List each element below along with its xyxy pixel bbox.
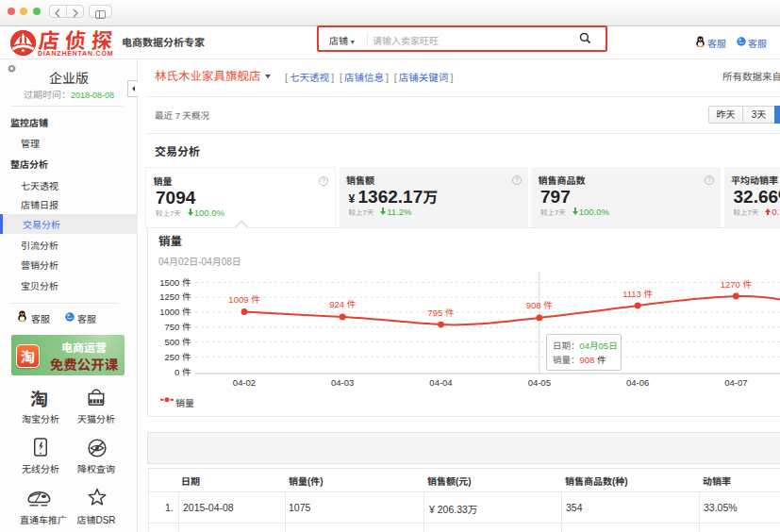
svg-text:04-05: 04-05 [528, 377, 551, 388]
svg-text:0 件: 0 件 [174, 367, 191, 377]
svg-text:1500 件: 1500 件 [159, 277, 191, 288]
svg-text:04-02: 04-02 [233, 377, 256, 388]
svg-text:500 件: 500 件 [165, 337, 191, 347]
svg-text:924 件: 924 件 [329, 299, 356, 309]
svg-text:750 件: 750 件 [165, 322, 191, 332]
svg-text:795 件: 795 件 [428, 308, 455, 318]
svg-text:04-03: 04-03 [331, 377, 354, 388]
svg-text:04-07: 04-07 [724, 377, 747, 388]
svg-text:1250 件: 1250 件 [159, 291, 191, 302]
svg-text:908 件: 908 件 [526, 300, 553, 310]
svg-text:04-04: 04-04 [429, 377, 452, 388]
svg-text:1009 件: 1009 件 [228, 294, 260, 305]
svg-text:1000 件: 1000 件 [159, 307, 191, 317]
svg-text:250 件: 250 件 [165, 352, 191, 362]
svg-text:1113 件: 1113 件 [622, 289, 653, 299]
svg-text:04-06: 04-06 [626, 377, 649, 388]
svg-text:1270 件: 1270 件 [721, 279, 753, 290]
